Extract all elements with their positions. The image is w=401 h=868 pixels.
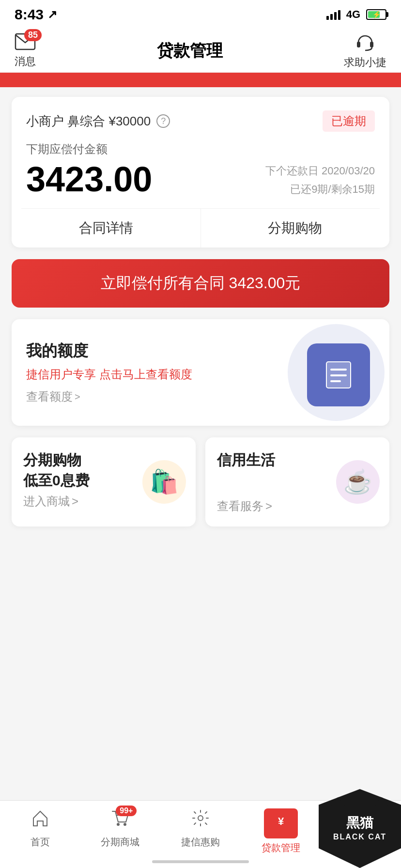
nav-item-mall[interactable]: 99+ 分期商城: [80, 808, 161, 849]
page-title: 贷款管理: [157, 40, 223, 62]
black-cat-shield: 黑猫 BLACK CAT: [319, 789, 401, 868]
pay-all-text: 立即偿付所有合同 3423.00元: [101, 273, 301, 294]
black-cat-logo: 黑猫: [346, 816, 373, 831]
nav-left-message[interactable]: 85 消息: [15, 33, 36, 69]
loan-card: 小商户 鼻综合 ¥30000 ? 已逾期 下期应偿付金额 3423.00 下个还…: [12, 97, 389, 248]
nav-item-loan[interactable]: ¥ 贷款管理: [241, 808, 321, 854]
nav-item-home[interactable]: 首页: [0, 808, 80, 849]
credit-subtitle: 捷信用户专享 点击马上查看额度: [26, 367, 192, 382]
cart-badge: 99+: [116, 806, 137, 816]
credit-limit-card[interactable]: 我的额度 捷信用户专享 点击马上查看额度 查看额度 >: [12, 319, 389, 426]
battery-icon: ⚡: [366, 9, 386, 20]
loan-meta: 下个还款日 2020/03/20 已还9期/剩余15期: [265, 164, 375, 197]
home-icon: [31, 808, 50, 833]
home-indicator: [152, 860, 249, 863]
svg-point-8: [123, 823, 126, 826]
installment-shopping-button[interactable]: 分期购物: [201, 209, 390, 248]
nav-right-help[interactable]: 求助小捷: [344, 32, 386, 70]
loan-name: 小商户 鼻综合 ¥30000: [26, 113, 151, 130]
loan-card-header: 小商户 鼻综合 ¥30000 ? 已逾期: [12, 97, 389, 141]
nav-deals-label: 捷信惠购: [181, 836, 220, 849]
repay-progress: 已还9期/剩余15期: [265, 182, 375, 197]
credit-link[interactable]: 查看额度 >: [26, 389, 192, 404]
svg-point-9: [198, 816, 203, 821]
next-date: 下个还款日 2020/03/20: [265, 164, 375, 178]
headset-icon: [355, 32, 376, 53]
black-cat-watermark: 黑猫 BLACK CAT: [319, 789, 401, 868]
credit-left: 我的额度 捷信用户专享 点击马上查看额度 查看额度 >: [26, 341, 192, 404]
amount-row: 3423.00 下个还款日 2020/03/20 已还9期/剩余15期: [26, 162, 375, 197]
network-label: 4G: [346, 8, 360, 21]
loan-info: 小商户 鼻综合 ¥30000 ?: [26, 113, 170, 130]
chevron-right-icon: >: [75, 391, 80, 403]
status-bar: 8:43 ↗ 4G ⚡: [0, 0, 401, 29]
nav-mall-label: 分期商城: [101, 836, 139, 849]
message-icon-wrap: 85: [15, 33, 36, 52]
contract-detail-button[interactable]: 合同详情: [12, 209, 201, 248]
loan-amount: 3423.00: [26, 162, 152, 197]
nav-item-deals[interactable]: 捷信惠购: [160, 808, 241, 849]
loan-card-body: 下期应偿付金额 3423.00 下个还款日 2020/03/20 已还9期/剩余…: [12, 141, 389, 208]
black-cat-sub: BLACK CAT: [333, 833, 386, 841]
empty-space: [0, 548, 401, 693]
cart-icon: 99+: [110, 808, 130, 833]
coffee-icon: ☕: [336, 460, 380, 504]
status-right: 4G ⚡: [326, 8, 386, 21]
signal-bars-icon: [326, 9, 340, 20]
credit-life-chevron-icon: >: [265, 499, 272, 513]
shopping-chevron-icon: >: [72, 495, 78, 508]
nav-bar: 85 消息 贷款管理 求助小捷: [0, 29, 401, 73]
next-due-label: 下期应偿付金额: [26, 141, 375, 157]
message-badge: 85: [24, 29, 42, 41]
svg-text:¥: ¥: [278, 815, 284, 827]
location-arrow-icon: ↗: [47, 8, 57, 21]
status-time: 8:43 ↗: [15, 6, 57, 23]
nav-home-label: 首页: [31, 836, 50, 849]
help-label: 求助小捷: [344, 55, 386, 70]
svg-rect-2: [370, 42, 373, 47]
credit-title: 我的额度: [26, 341, 192, 362]
bottom-cards: 分期购物低至0息费 进入商城 > 🛍️ 信用生活 查看服务 > ☕: [12, 437, 389, 527]
shopping-bag-icon: 🛍️: [142, 460, 186, 504]
installment-shopping-card[interactable]: 分期购物低至0息费 进入商城 > 🛍️: [12, 437, 196, 527]
credit-life-card[interactable]: 信用生活 查看服务 > ☕: [205, 437, 389, 527]
red-banner: [0, 73, 401, 87]
credit-right: [288, 334, 375, 411]
message-label: 消息: [15, 54, 36, 69]
pay-all-button[interactable]: 立即偿付所有合同 3423.00元: [12, 259, 389, 308]
overdue-badge: 已逾期: [323, 110, 375, 132]
cat-ear-right-icon: [375, 796, 388, 806]
battery-bolt-icon: ⚡: [372, 11, 381, 18]
yuan-icon: ¥: [272, 811, 290, 836]
svg-point-7: [117, 823, 120, 826]
gear-icon: [191, 808, 210, 833]
credit-icon-wrap: [307, 343, 370, 406]
svg-rect-1: [357, 42, 360, 47]
help-icon[interactable]: ?: [156, 114, 170, 128]
nav-loan-active-bg: ¥: [264, 808, 298, 838]
loan-card-actions: 合同详情 分期购物: [12, 209, 389, 248]
main-content: 小商户 鼻综合 ¥30000 ? 已逾期 下期应偿付金额 3423.00 下个还…: [0, 87, 401, 548]
cat-ear-left-icon: [331, 796, 345, 806]
nav-loan-label: 贷款管理: [262, 841, 300, 854]
document-icon: [322, 358, 355, 392]
